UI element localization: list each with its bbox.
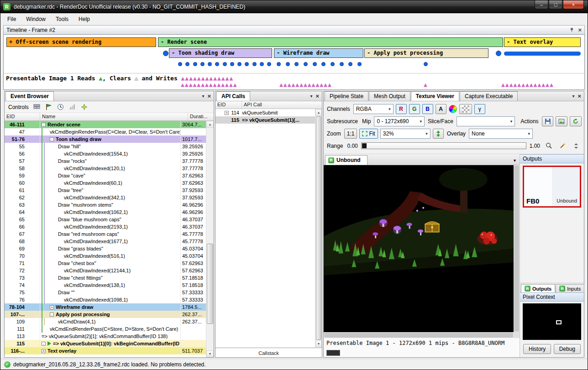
event-row[interactable]: 78-104+Wireframe draw1784.5... [5, 303, 206, 311]
find-event-icon[interactable] [45, 103, 52, 111]
event-row[interactable]: 76vkCmdDrawIndexed(1098,1)57.33333 [5, 296, 206, 303]
event-row[interactable]: 61Draw "tree"37.92593 [5, 187, 206, 194]
timeline-event-dot[interactable] [200, 62, 205, 66]
timeline-event-dot[interactable] [252, 62, 257, 66]
maximize-button[interactable]: □ [549, 0, 562, 9]
texture-viewport[interactable] [324, 165, 520, 338]
timeline-subsection[interactable]: - Wireframe draw [274, 48, 363, 58]
event-row[interactable]: 57Draw "rocks"37.77778 [5, 157, 206, 165]
tab-event-browser[interactable]: Event Browser [5, 91, 54, 101]
event-row[interactable]: 68vkCmdDrawIndexed(1677,1)45.77778 [5, 238, 206, 245]
tab-mesh-output[interactable]: Mesh Output [369, 91, 410, 101]
event-row[interactable]: 58vkCmdDrawIndexed(120,1)37.77778 [5, 165, 206, 172]
tab-outputs[interactable]: R Outputs [521, 284, 555, 292]
channels-select[interactable]: RGBA▾ [353, 104, 394, 114]
event-row[interactable]: 73Draw "chest fittings"57.18518 [5, 274, 206, 281]
minimize-button[interactable]: – [535, 0, 548, 9]
timeline-event-dot[interactable] [185, 62, 189, 66]
tab-api-calls[interactable]: API Calls [216, 91, 250, 101]
expand-icon[interactable]: + [225, 111, 229, 115]
close-icon[interactable]: × [578, 93, 581, 99]
timeline-canvas[interactable]: Presentable Image 1 Reads ▲, Clears ▲ an… [3, 34, 585, 90]
timeline-event-dot[interactable] [260, 62, 264, 66]
col-eid[interactable]: EID [5, 113, 40, 120]
menu-help[interactable]: Help [74, 14, 95, 24]
alpha-channel-button[interactable]: A [436, 104, 446, 114]
timeline-event-dot[interactable] [496, 51, 501, 56]
blue-channel-button[interactable]: B [422, 104, 433, 114]
fb0-thumbnail[interactable]: FB0 Unbound [523, 166, 581, 208]
timeline-event-dot[interactable] [215, 62, 219, 66]
event-row[interactable]: 71Draw "chest box"57.62963 [5, 260, 206, 267]
timeline-event-dot[interactable] [277, 62, 281, 66]
tab-inputs[interactable]: R Inputs [556, 284, 584, 292]
timeline-event-dot[interactable] [321, 62, 326, 66]
jump-to-eid-icon[interactable] [33, 103, 41, 111]
red-channel-button[interactable]: R [396, 104, 407, 114]
timeline-event-dot[interactable] [208, 62, 212, 66]
zoom-1to1-button[interactable]: 1:1 [344, 129, 357, 139]
event-row[interactable]: 116-...+Text overlay511.7037 [5, 347, 206, 354]
event-row[interactable]: 107-...-Apply post processing262.37... [5, 311, 206, 318]
scroll-down-icon[interactable]: ▼ [315, 340, 322, 347]
event-browser-scrollbar[interactable]: ▲ ▼ [206, 121, 214, 357]
tab-pipeline-state[interactable]: Pipeline State [325, 91, 368, 101]
api-call-row[interactable]: 115=> vkQueueSubmit(1)[... [215, 116, 315, 124]
timeline-section[interactable]: - Render scene [158, 37, 503, 47]
zoom-fit-button[interactable]: Fit [359, 129, 378, 139]
event-row[interactable]: 115-=> vkQueueSubmit(1)[0]: vkBeginComma… [5, 340, 206, 347]
scroll-down-icon[interactable]: ▼ [206, 350, 214, 357]
viewport-horizontal-scrollbar[interactable] [324, 332, 514, 338]
event-row[interactable]: 55Draw "hill"39.25926 [5, 143, 206, 150]
scroll-up-icon[interactable]: ▲ [315, 109, 322, 116]
stats-icon[interactable] [68, 103, 76, 111]
event-row[interactable]: 70vkCmdDrawIndexed(516,1)45.03704 [5, 252, 206, 260]
save-texture-icon[interactable] [542, 116, 554, 126]
chevron-down-icon[interactable]: ▾ [572, 94, 574, 99]
close-icon[interactable]: × [315, 93, 319, 99]
debug-button[interactable]: Debug [554, 344, 581, 354]
menu-window[interactable]: Window [21, 14, 51, 24]
autofit-wand-icon[interactable] [557, 141, 568, 151]
callstack-section[interactable]: Callstack [215, 349, 322, 357]
event-row[interactable]: 62vkCmdDrawIndexed(342,1)37.92593 [5, 194, 206, 201]
timeline-event-dot[interactable] [193, 62, 197, 66]
timeline-event-dot[interactable] [348, 62, 352, 66]
col-name[interactable]: Name [40, 113, 188, 120]
title-bar[interactable]: R debugmarker.rdc - RenderDoc Unofficial… [0, 0, 588, 13]
pin-icon[interactable] [569, 27, 574, 32]
timeline-section[interactable]: - Text overlay [504, 37, 581, 47]
timeline-event-dot[interactable] [424, 62, 428, 66]
overlay-select[interactable]: None▾ [469, 129, 533, 139]
menu-file[interactable]: File [2, 14, 21, 24]
event-row[interactable]: 65Draw "blue mushroom caps"46.37037 [5, 216, 206, 223]
texture-image[interactable] [324, 165, 514, 332]
scroll-up-icon[interactable]: ▲ [206, 121, 214, 128]
tab-texture-viewer[interactable]: Texture Viewer [411, 91, 459, 101]
event-row[interactable]: 75Draw ""57.33333 [5, 289, 206, 296]
scrollbar-thumb[interactable] [316, 116, 321, 340]
time-draws-icon[interactable] [57, 103, 64, 111]
event-row[interactable]: 66vkCmdDrawIndexed(2193,1)46.37037 [5, 223, 206, 230]
close-panel-icon[interactable]: × [578, 27, 582, 33]
timeline-header[interactable]: Timeline - Frame #2 × [3, 25, 585, 34]
tab-unbound-texture[interactable]: R Unbound [325, 155, 368, 165]
range-handle[interactable] [362, 143, 367, 148]
timeline-event-dot[interactable] [245, 62, 249, 66]
chevron-down-icon[interactable]: ▾ [202, 94, 204, 99]
timeline-event-dot[interactable] [267, 62, 271, 66]
event-row[interactable]: 56vkCmdDrawIndexed(1554,1)39.25926 [5, 150, 206, 157]
event-row[interactable]: 67Draw "red mushroom caps"45.77778 [5, 230, 206, 238]
timeline-section[interactable]: + Off-screen scene rendering [6, 37, 156, 47]
collapse-icon[interactable]: - [42, 342, 46, 346]
timeline-event-bar[interactable] [504, 52, 581, 56]
color-wheel-icon[interactable] [449, 105, 457, 113]
event-row[interactable]: 72vkCmdDrawIndexed(12144,1)57.62963 [5, 267, 206, 274]
event-row[interactable]: 46-111-Render scene3064.7... [5, 121, 206, 128]
timeline-event-dot[interactable] [313, 62, 317, 66]
close-button[interactable]: × [563, 0, 584, 9]
collapse-icon[interactable]: - [50, 137, 54, 141]
event-row[interactable]: 51-76-Toon shading draw1017.7... [5, 135, 206, 143]
timeline-event-dot[interactable] [304, 62, 308, 66]
range-slider[interactable] [361, 142, 526, 149]
